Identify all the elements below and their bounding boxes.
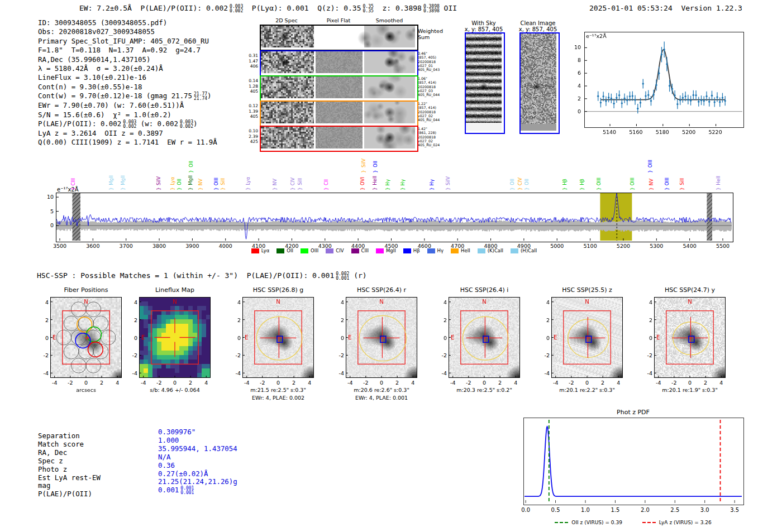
cutout-y-tick-label: 0 [237,334,241,341]
cutout-x-tick-label: -2 [671,380,676,386]
sky-title: Clean Image [521,20,556,26]
legend-swatch [403,248,411,253]
spec2d-row-image [261,26,415,47]
spec2d-row [260,100,418,127]
cutout-y-tick-label: 4 [444,299,447,305]
line-bracket: { [156,187,161,190]
right-label-line: 405_RU_024 [418,143,440,147]
emission-line-label: SiIV [361,159,366,167]
cutout-y-tick-label: 0 [444,334,447,341]
legend-item: CIII [351,248,369,253]
cutout-y-tick-label: 0 [649,334,652,341]
line-bracket: { [664,187,670,190]
emission-line-label: Hγ [400,179,406,185]
fit-x-tick-label: 5220 [709,129,722,135]
line-bracket: { [716,187,721,190]
spec2d-row-left-labels: 0.102.39425 [245,128,258,145]
cutout-y-tick-label: -2 [132,352,137,358]
spec2d-row-right-labels: 1.06"(857, 414)20200818v027_03405_RU_044 [418,76,440,97]
line-bracket: { [579,187,585,190]
fit-y-tick-label: 10 [574,44,581,50]
spec2d-col-header: Smoothed [376,17,403,23]
legend-label: Lyα [261,248,270,253]
line-bracket: { [429,187,435,190]
emission-line-label: HeII [372,176,378,185]
cutout-x-tick-label: -2 [156,380,161,386]
legend-item: HeII [451,248,470,253]
right-label-line: 20200818 [418,110,440,114]
cutout-x-tick-label: -2 [569,380,574,386]
cutout-x-tick-label: -4 [553,380,558,386]
cutout-title: HSC SSP(25.5) z [562,286,612,294]
cutout-y-tick-label: 4 [546,299,550,305]
sky-subtitle: x, y: 857, 405 [519,26,557,32]
legend-item: Lyα [251,248,270,253]
photz-x-tick-label: 3.5 [730,507,739,513]
emission-line-label: OIII [630,178,635,185]
compass-east-label: E [554,334,557,341]
sky-image-clean [521,33,556,131]
emission-line-label: NV [198,179,203,185]
info-line-5: RA,Dec (35.996014,1.437105) [38,55,217,64]
line-bracket: { [245,187,251,190]
emission-line-label: CIII [70,178,76,185]
text-segment: RA,Dec (35.996014,1.437105) [38,55,150,64]
cutout-x-tick-label: 4 [411,380,414,386]
left-label-line: 1.28 [245,84,258,89]
fit-y-tick-label: 0 [578,108,581,114]
line-bracket: { [562,187,568,190]
sky-image-frame [465,32,505,134]
legend-swatch [301,248,308,253]
right-label-line: 1.06" [418,76,440,80]
cutout-y-tick-label: -2 [647,352,652,358]
text-segment: P(Lyα): 0.001 Q(z): 0.35 [243,4,361,12]
spec2d-row [260,126,418,152]
emission-line-label: Lyα [170,177,175,185]
emission-line-label: Hβ [579,179,585,185]
cutout-y-tick-label: 0 [546,334,550,341]
cutout-x-tick-label: 4 [204,380,208,386]
compass-east-label: E [451,334,454,341]
cutout-image-4 [449,297,520,378]
cutout-y-tick-label: 2 [134,317,137,323]
line-bracket: { [188,187,193,190]
right-label-line: 20200818 [418,60,440,64]
cutout-x-tick-label: -4 [52,380,57,386]
right-label-line: Weighted [418,28,443,34]
cutout-x-tick-label: 4 [617,380,620,386]
cutout-x-tick-label: 2 [292,380,295,386]
info-line-14: Q(0.00) CIII(1909) z = 1.7141 EW r = 11.… [38,138,217,147]
cutout-x-tick-label: 0 [483,380,486,386]
line-bracket: { [220,187,226,190]
emission-line-label: OII [177,179,182,185]
left-label-line: 405 [245,114,258,119]
info-line-10: EWr = 7.90(±0.70) (w: 7.60(±0.51))Å [38,101,217,110]
spec-y-tick-label: 5 [50,208,54,214]
lower-bound: 0.001 [180,491,194,495]
left-label-line: 1.39 [245,109,258,114]
cutout-xlabel: arcsecs [76,387,96,393]
emission-line-label: OII [373,161,378,167]
legend-item: Hγ [427,248,444,253]
spec2d-row-left-labels: 0.311.47406 [245,53,258,69]
line-bracket: { [108,187,114,190]
spec-y-tick-label: 0 [50,222,54,228]
meta-spacer [673,4,681,12]
cutout-title: HSC SSP(26.8) g [253,286,304,294]
line-bracket: { [509,187,515,190]
text-segment: 1.000 [158,436,179,444]
text-segment: 0.001 [158,486,179,494]
cutout-y-tick-label: 2 [341,317,344,323]
emission-line-label: NV [272,179,278,185]
spec2d-row-left-labels: 0.141.28405 [245,78,258,94]
legend-item: (H)CaII [511,248,537,253]
line-bracket: { [70,187,76,190]
cutout-y-tick-label: -2 [339,352,344,358]
spec2d-row-image [261,76,415,98]
stacked-uncertainty: 0.0020.001 [336,272,349,281]
legend-item: OIII [301,248,318,253]
compass-north-label: N [585,299,589,305]
left-label-line: 1.47 [245,59,258,64]
emission-line-label: OIII [647,160,653,167]
line-bracket: { [445,187,451,190]
